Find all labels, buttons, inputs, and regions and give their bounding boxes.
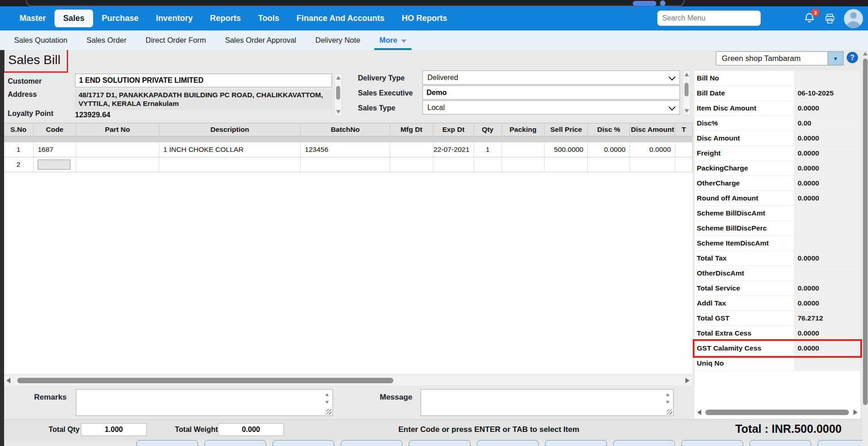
bottom-action-button[interactable]	[273, 440, 334, 446]
scroll-up-arrow[interactable]	[325, 393, 329, 396]
nav-item-inventory[interactable]: Inventory	[147, 14, 201, 23]
items-table-rows: 116871 INCH CHOKE COLLAR12345622-07-2021…	[3, 142, 693, 172]
subnav-item-sales-quotation[interactable]: Sales Quotation	[5, 30, 77, 50]
nav-item-purchase[interactable]: Purchase	[93, 14, 147, 23]
scroll-down-arrow[interactable]	[336, 110, 341, 114]
cell-part-no	[76, 142, 159, 157]
message-textarea[interactable]	[421, 389, 674, 416]
cell-part-no	[76, 157, 159, 172]
scroll-right-arrow[interactable]	[685, 378, 689, 383]
nav-item-reports[interactable]: Reports	[201, 14, 249, 23]
scrollbar-thumb[interactable]	[684, 83, 689, 96]
secondary-nav-items: Sales QuotationSales OrderDirect Order F…	[0, 30, 416, 50]
summary-row-total-tax: Total Tax0.0000	[694, 251, 860, 266]
customer-section-scrollbar[interactable]	[334, 74, 342, 116]
scroll-down-arrow[interactable]	[325, 401, 329, 404]
scroll-up-arrow[interactable]	[666, 393, 670, 396]
scroll-up-arrow[interactable]	[684, 73, 689, 76]
subnav-item-direct-order-form[interactable]: Direct Order Form	[136, 30, 215, 50]
bottom-action-button[interactable]	[749, 440, 811, 446]
summary-value: 0.00	[794, 116, 860, 130]
summary-row-disc-amount: Disc Amount0.0000	[694, 131, 860, 146]
summary-label: Disc Amount	[694, 131, 794, 145]
bottom-action-button[interactable]	[409, 440, 471, 446]
cell-t	[675, 157, 692, 172]
summary-value	[794, 221, 860, 236]
total-weight-input[interactable]	[218, 423, 284, 436]
scroll-left-arrow[interactable]	[6, 378, 10, 383]
sales-type-label: Sales Type	[358, 104, 395, 112]
sales-executive-label: Sales Executive	[358, 89, 413, 97]
bottom-action-button[interactable]	[681, 440, 743, 446]
address-label: Address	[8, 90, 37, 99]
bottom-action-button[interactable]	[613, 440, 675, 446]
print-button[interactable]	[824, 13, 837, 25]
table-horizontal-scrollbar[interactable]	[3, 376, 693, 386]
bottom-action-button[interactable]	[136, 440, 198, 446]
scroll-up-arrow[interactable]	[336, 76, 341, 80]
table-row[interactable]: 116871 INCH CHOKE COLLAR12345622-07-2021…	[3, 142, 693, 157]
nav-item-ho-reports[interactable]: HO Reports	[393, 14, 456, 23]
summary-row-total-gst: Total GST76.2712	[694, 311, 860, 326]
search-input[interactable]	[657, 10, 761, 26]
nav-item-finance-and-accounts[interactable]: Finance And Accounts	[288, 14, 393, 23]
summary-value	[794, 356, 860, 371]
summary-row-addl-tax: Addl Tax0.0000	[694, 296, 860, 311]
summary-label: Bill Date	[694, 86, 794, 100]
subnav-item-sales-order[interactable]: Sales Order	[77, 30, 136, 50]
scrollbar-thumb[interactable]	[705, 410, 849, 415]
cell-exp-dt: 22-07-2021	[433, 142, 474, 157]
scroll-left-arrow[interactable]	[697, 410, 701, 415]
resize-handle-icon[interactable]	[326, 409, 332, 415]
help-button[interactable]: ?	[847, 52, 858, 63]
sales-executive-input[interactable]	[422, 85, 680, 100]
summary-label: Uniq No	[694, 356, 794, 371]
resize-handle-icon[interactable]	[667, 409, 672, 415]
scrollbar-thumb[interactable]	[336, 86, 340, 100]
nav-item-tools[interactable]: Tools	[249, 14, 288, 23]
remarks-textarea[interactable]	[76, 389, 333, 416]
summary-label: Disc%	[694, 116, 794, 130]
scrollbar-thumb[interactable]	[17, 378, 393, 383]
sales-type-select[interactable]: Local	[422, 100, 680, 115]
chevron-down-icon: ▼	[828, 52, 843, 65]
order-section-scrollbar[interactable]	[683, 70, 690, 115]
item-code-input[interactable]	[38, 160, 70, 170]
summary-value: 0.0000	[794, 101, 860, 115]
scroll-right-arrow[interactable]	[853, 410, 858, 415]
bottom-action-button[interactable]	[204, 440, 266, 446]
delivery-type-value: Delivered	[427, 74, 458, 81]
page-vertical-scrollbar[interactable]	[863, 50, 868, 446]
cell-description	[159, 157, 301, 172]
user-avatar[interactable]	[844, 9, 863, 28]
scroll-down-arrow[interactable]	[666, 401, 670, 404]
primary-nav-items: MasterSalesPurchaseInventoryReportsTools…	[11, 6, 456, 30]
bottom-action-button[interactable]	[545, 440, 607, 446]
sales-type-value: Local	[427, 104, 445, 111]
summary-value: 0.0000	[794, 251, 860, 266]
notifications-button[interactable]: 3	[803, 11, 818, 27]
scrollbar-thumb[interactable]	[863, 59, 868, 405]
nav-item-sales[interactable]: Sales	[55, 10, 93, 27]
total-qty-input[interactable]	[81, 423, 147, 436]
column-header-exp-dt: Exp Dt	[433, 123, 474, 136]
delivery-type-select[interactable]: Delivered	[422, 70, 680, 85]
chevron-down-icon	[401, 40, 407, 43]
bottom-action-button[interactable]	[477, 440, 539, 446]
bottom-action-button[interactable]	[818, 440, 868, 446]
subnav-item-sales-order-approval[interactable]: Sales Order Approval	[215, 30, 306, 50]
summary-horizontal-scrollbar[interactable]	[696, 408, 859, 417]
summary-label: Round off Amount	[694, 191, 794, 205]
summary-value	[794, 236, 860, 251]
branch-select[interactable]: Green shop Tambaram ▼	[716, 51, 843, 65]
subnav-item-delivery-note[interactable]: Delivery Note	[306, 30, 370, 50]
summary-row-scheme-billdiscamt: Scheme BillDiscAmt	[694, 206, 860, 221]
scroll-up-arrow[interactable]	[863, 52, 868, 55]
summary-row-scheme-billdiscperc: Scheme BillDiscPerc	[694, 221, 860, 236]
table-entry-row[interactable]: 2	[3, 157, 693, 172]
nav-item-master[interactable]: Master	[11, 14, 55, 23]
scroll-down-arrow[interactable]	[684, 109, 689, 113]
customer-input[interactable]	[75, 74, 332, 87]
subnav-item-more[interactable]: More	[370, 30, 416, 50]
bottom-action-button[interactable]	[341, 440, 402, 446]
